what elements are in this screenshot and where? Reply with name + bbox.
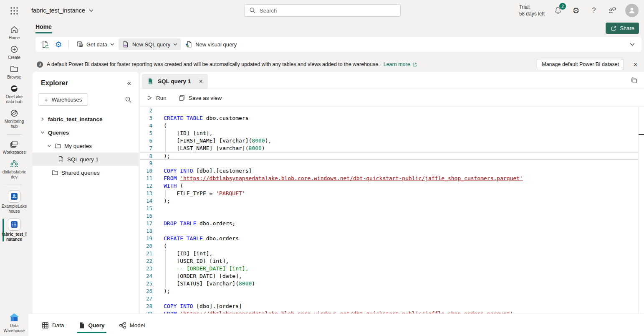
svg-text:SQL: SQL	[149, 82, 152, 84]
view-tab-label: Query	[88, 322, 105, 328]
tree-item-my-queries[interactable]: My queries	[33, 139, 139, 153]
code-line-24[interactable]: 24 [ORDER_DATE] [date],	[140, 272, 644, 280]
code-line-19[interactable]: 19CREATE TABLE dbo.orders	[140, 235, 644, 242]
code-line-4[interactable]: 4(	[140, 122, 644, 130]
settings-gear-icon[interactable]: ⚙	[571, 6, 581, 15]
rail-item-label: ExampleLakehouse	[1, 204, 27, 214]
explorer-search-icon[interactable]	[125, 96, 132, 103]
banner-close-icon[interactable]: ✕	[633, 61, 638, 68]
line-number: 21	[140, 250, 159, 257]
view-tab-query[interactable]: Query	[74, 314, 109, 336]
code-line-text: COPY INTO [dbo].[customers]	[159, 167, 644, 175]
chevron-right-icon[interactable]	[40, 117, 45, 122]
code-line-13[interactable]: 13 FILE_TYPE = 'PARQUET'	[140, 190, 644, 197]
tree-item-shared-queries[interactable]: Shared queries	[33, 166, 139, 179]
notifications-bell-icon[interactable]: 2	[553, 6, 563, 15]
collapse-explorer-icon[interactable]: «	[127, 79, 131, 87]
code-line-text: );	[159, 288, 644, 295]
tab-sql-query-1[interactable]: SQL SQL query 1 ✕	[142, 74, 208, 89]
rail-item-examplelakehouse[interactable]: ExampleLakehouse	[0, 190, 28, 214]
code-line-21[interactable]: 21 [ID] [int],	[140, 250, 644, 257]
view-tab-data[interactable]: Data	[38, 314, 68, 336]
code-line-7[interactable]: 7 [LAST_NAME] [varchar](8000)	[140, 145, 644, 152]
rail-item-label: OneLake data hub	[1, 94, 27, 104]
collapse-ribbon-chevron-icon[interactable]	[630, 43, 635, 46]
code-line-text: [FIRST_NAME] [varchar](8000),	[159, 137, 644, 145]
account-avatar[interactable]	[625, 4, 639, 17]
refresh-dataset-icon[interactable]	[39, 38, 51, 50]
code-line-text: CREATE TABLE dbo.orders	[159, 235, 644, 242]
sql-code-editor[interactable]: 23CREATE TABLE dbo.customers4(5 [ID] [in…	[140, 107, 644, 313]
waffle-menu-icon[interactable]	[10, 7, 18, 15]
code-line-18[interactable]: 18	[140, 227, 644, 235]
chevron-down-icon[interactable]	[40, 130, 45, 135]
code-line-3[interactable]: 3CREATE TABLE dbo.customers	[140, 115, 644, 122]
rail-item-onelake-data-hub[interactable]: OneLake data hub	[0, 84, 28, 104]
rail-item-create[interactable]: Create	[0, 45, 28, 60]
code-line-25[interactable]: 25 [STATUS] [varchar](8000)	[140, 280, 644, 288]
warehouse-tile-icon	[8, 218, 20, 231]
app-header: fabric_test_instance Trial: 58 days left…	[0, 0, 644, 21]
get-data-button[interactable]: Get data	[73, 38, 118, 50]
view-tab-model[interactable]: Model	[115, 314, 149, 336]
code-line-14[interactable]: 14);	[140, 197, 644, 205]
new-visual-query-button[interactable]: New visual query	[182, 38, 240, 50]
tree-item-fabric-test-instance[interactable]: fabric_test_instance	[33, 112, 139, 126]
chevron-down-icon[interactable]	[47, 143, 52, 148]
line-number: 13	[140, 190, 159, 197]
save-as-view-button[interactable]: Save as view	[178, 94, 222, 102]
rail-item-dbtlabsfabricdev[interactable]: dbtlabsfabricdev	[0, 159, 28, 180]
rail-item-browse[interactable]: Browse	[0, 64, 28, 80]
code-line-22[interactable]: 22 [USER_ID] [int],	[140, 257, 644, 265]
tree-item-label: Queries	[48, 130, 69, 136]
code-line-23[interactable]: 23 -- [ORDER_DATE] [int],	[140, 265, 644, 272]
code-line-5[interactable]: 5 [ID] [int],	[140, 130, 644, 137]
editor-scrollbar[interactable]	[638, 107, 644, 313]
close-tab-icon[interactable]: ✕	[199, 79, 203, 84]
global-search[interactable]	[244, 4, 401, 17]
code-line-12[interactable]: 12WITH (	[140, 182, 644, 190]
learn-more-link[interactable]: Learn more	[384, 61, 417, 67]
workspace-switcher[interactable]: fabric_test_instance	[31, 0, 93, 21]
search-input[interactable]	[260, 8, 400, 14]
tree-item-queries[interactable]: Queries	[33, 126, 139, 139]
people-icon	[9, 159, 19, 168]
new-warehouse-button[interactable]: + Warehouses	[38, 93, 88, 106]
code-line-2[interactable]: 2	[140, 107, 644, 115]
share-button[interactable]: Share	[606, 23, 639, 34]
code-line-17[interactable]: 17DROP TABLE dbo.orders;	[140, 220, 644, 227]
code-line-27[interactable]: 27	[140, 295, 644, 303]
code-line-28[interactable]: 28COPY INTO [dbo].[orders]	[140, 303, 644, 310]
rail-item-monitoring-hub[interactable]: Monitoring hub	[0, 109, 28, 129]
code-line-29[interactable]: 29FROM 'https://dbtlabsynapsedatalake.bl…	[140, 310, 644, 313]
run-play-icon	[146, 94, 153, 101]
code-line-9[interactable]: 9	[140, 160, 644, 167]
run-button[interactable]: Run	[146, 94, 167, 101]
help-icon[interactable]: ?	[589, 6, 599, 15]
manage-default-dataset-button[interactable]: Manage default Power BI dataset	[537, 59, 624, 70]
warehouse-toolbar: ⚙ Get data SQL New SQL query New visual …	[35, 37, 641, 52]
code-line-text	[159, 107, 644, 115]
code-line-26[interactable]: 26);	[140, 288, 644, 295]
rail-item-home[interactable]: Home	[0, 25, 28, 41]
indent-guide	[165, 137, 166, 145]
code-line-11[interactable]: 11FROM 'https://dbtlabsynapsedatalake.bl…	[140, 175, 644, 182]
code-line-8[interactable]: 8);	[140, 152, 644, 160]
home-icon	[10, 25, 19, 34]
feedback-icon[interactable]	[607, 6, 616, 15]
code-line-6[interactable]: 6 [FIRST_NAME] [varchar](8000),	[140, 137, 644, 145]
code-line-16[interactable]: 16	[140, 212, 644, 220]
tab-home[interactable]: Home	[35, 23, 52, 33]
rail-item-fabric-test-instance[interactable]: fabric_test_instance	[0, 218, 28, 242]
code-line-10[interactable]: 10COPY INTO [dbo].[customers]	[140, 167, 644, 175]
new-sql-query-button[interactable]: SQL New SQL query	[119, 38, 181, 50]
copy-icon[interactable]	[630, 76, 638, 84]
info-icon: i	[37, 61, 43, 68]
warehouse-settings-gear-icon[interactable]: ⚙	[52, 38, 65, 50]
code-line-20[interactable]: 20(	[140, 242, 644, 250]
rail-item-data-warehouse[interactable]: Data Warehouse	[0, 312, 28, 333]
folder-icon	[52, 169, 58, 176]
rail-item-workspaces[interactable]: Workspaces	[0, 140, 28, 155]
tree-item-sql-query-1[interactable]: SQLSQL query 1	[33, 153, 139, 166]
code-line-15[interactable]: 15	[140, 205, 644, 212]
